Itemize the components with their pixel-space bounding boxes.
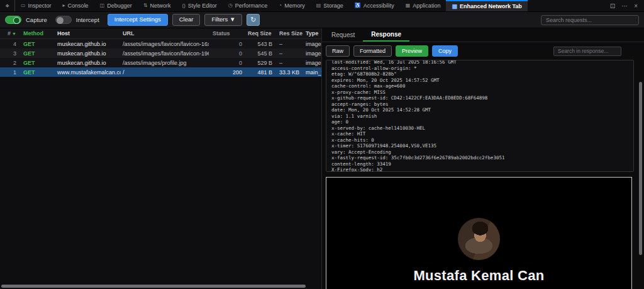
devtools-tabbar: ⌖ ▭ Inspector ▸ Console ◫ Debugger ⇅ Net… [0,0,644,12]
cell-num: 4 [0,41,19,47]
cell-type: image [304,60,321,66]
cell-host: muskecan.github.io [55,41,121,47]
toggle-knob [13,17,20,24]
table-row[interactable]: 3 GET muskecan.github.io /assets/images/… [0,48,321,58]
cell-type: image [304,50,321,57]
cell-host: muskecan.github.io [55,60,121,66]
tab-label: Accessibility [364,3,394,9]
sync-icon: ↻ [250,16,256,23]
tab-response[interactable]: Response [363,28,409,42]
tab-label: Style Editor [188,3,217,9]
cell-status: 0 [209,60,244,66]
tab-memory[interactable]: ◔ Memory [273,0,310,11]
cell-method: GET [19,41,55,47]
close-devtools-icon[interactable]: × [634,3,638,9]
tab-label: Memory [284,3,305,9]
cell-status: 0 [209,50,244,57]
cell-type: main_frame [304,69,321,76]
search-requests-input[interactable] [541,15,639,25]
request-table-header: #▼ Method Host URL Status Req Size Res S… [0,28,321,39]
col-header-req-size[interactable]: Req Size [244,30,275,37]
cell-req-size: 543 B [244,41,275,47]
tabbar-spacer [528,0,604,11]
col-header-url[interactable]: URL [121,30,209,37]
copy-button[interactable]: Copy [432,45,458,57]
pick-element-button[interactable]: ⌖ [0,0,15,11]
avatar [458,218,500,260]
search-response-input[interactable] [553,47,621,56]
sort-desc-icon: ▼ [12,31,16,36]
cell-url: / [121,69,209,76]
horizontal-scrollbar[interactable] [1,285,306,288]
tab-debugger[interactable]: ◫ Debugger [94,0,138,11]
cell-host: www.mustafakemalcan.com [55,69,121,76]
col-header-method[interactable]: Method [19,30,55,37]
tab-storage[interactable]: ▤ Storage [311,0,349,11]
cell-res-size: 33.3 KB [275,69,304,76]
clear-button[interactable]: Clear [172,14,201,25]
filters-dropdown-button[interactable]: Filters ▼ [204,14,242,25]
cell-type: image [304,41,321,47]
cell-num: 1 [0,69,19,76]
vertical-scrollbar[interactable] [639,82,642,255]
devtools-window-controls: ⊡ ⋯ × [604,0,644,11]
tab-label: Network [150,3,170,9]
tab-application[interactable]: ▦ Application [400,0,447,11]
tab-network[interactable]: ⇅ Network [138,0,177,11]
console-icon: ▸ [63,3,65,8]
tab-enhanced-network[interactable]: ▩ Enhanced Network Tab [446,0,527,11]
capture-label: Capture [26,16,47,23]
request-list-panel: #▼ Method Host URL Status Req Size Res S… [0,28,322,289]
table-row[interactable]: 4 GET muskecan.github.io /assets/images/… [0,39,321,48]
pick-element-icon: ⌖ [5,2,9,10]
cell-url: /assets/images/favicon/favicon-16x16.p..… [121,41,209,47]
responsive-design-icon[interactable]: ⊡ [610,3,615,9]
accessibility-icon: ♿ [355,3,361,8]
tab-request[interactable]: Request [323,28,363,42]
cell-url: /assets/images/favicon/favicon-196x19... [121,50,209,57]
cell-method: GET [19,50,55,57]
response-headers-text: last-modified: Wed, 16 Jul 2025 18:16:56… [326,60,633,172]
cell-status: 0 [209,41,244,47]
table-row-selected[interactable]: 1 GET www.mustafakemalcan.com / 200 481 … [0,67,321,77]
network-icon: ⇅ [143,3,148,8]
intercept-settings-button[interactable]: Intercept Settings [108,14,168,25]
formatted-button[interactable]: Formatted [353,45,392,57]
intercept-toggle[interactable] [55,16,72,24]
cell-req-size: 545 B [244,50,275,57]
cell-req-size: 529 B [244,60,275,66]
inspector-icon: ▭ [21,3,26,8]
debugger-icon: ◫ [100,3,105,8]
cell-num: 2 [0,60,19,66]
col-header-status[interactable]: Status [209,30,244,37]
cell-req-size: 481 B [244,69,275,76]
raw-button[interactable]: Raw [326,45,350,57]
network-toolbar: Capture Intercept Intercept Settings Cle… [0,12,644,28]
cell-method: GET [19,60,55,66]
capture-toggle[interactable] [5,16,21,24]
main-split: #▼ Method Host URL Status Req Size Res S… [0,28,644,289]
tab-inspector[interactable]: ▭ Inspector [15,0,57,11]
table-row[interactable]: 2 GET muskecan.github.io /assets/images/… [0,58,321,67]
storage-icon: ▤ [316,3,321,8]
application-icon: ▦ [406,3,411,8]
cell-res-size: – [275,41,304,47]
devtools-menu-icon[interactable]: ⋯ [621,3,628,9]
tab-console[interactable]: ▸ Console [57,0,94,11]
col-header-res-size[interactable]: Res Size [275,30,304,37]
col-header-type[interactable]: Type [304,30,321,37]
col-header-host[interactable]: Host [55,30,121,37]
tab-performance[interactable]: ◷ Performance [223,0,274,11]
response-preview-frame[interactable]: Mustafa Kemal Can [326,177,632,289]
col-header-num[interactable]: #▼ [0,30,19,37]
tab-accessibility[interactable]: ♿ Accessibility [349,0,400,11]
cell-res-size: – [275,50,304,57]
response-detail-panel: Request Response Raw Formatted Preview C… [322,28,644,289]
response-headers-box[interactable]: last-modified: Wed, 16 Jul 2025 18:16:56… [326,60,634,172]
cell-status: 200 [209,69,244,76]
tab-label: Application [413,3,440,9]
preview-button[interactable]: Preview [396,45,428,57]
cell-num: 3 [0,50,19,57]
tab-style-editor[interactable]: {} Style Editor [176,0,222,11]
sync-button[interactable]: ↻ [247,14,260,26]
